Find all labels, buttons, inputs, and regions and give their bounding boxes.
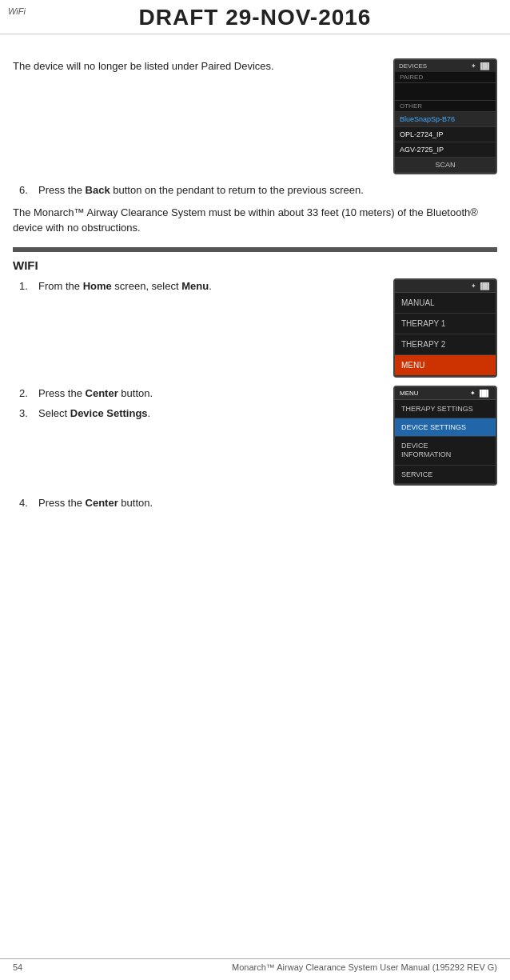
settings-menu-label: MENU [400,390,419,397]
step1-text-mid: screen, select [112,280,181,292]
step2-text-after: button. [118,387,153,399]
step1-text-before: From the [38,280,83,292]
other-item3: AGV-2725_IP [395,142,496,158]
wifi-steps23-text: 2. Press the Center button. 3. Select De… [13,386,384,426]
menu-header-icons: ✦ ▐█▌ [471,282,492,290]
section1-row: The device will no longer be listed unde… [13,58,497,174]
step2-bold: Center [86,387,118,399]
step1-item: 1. From the Home screen, select Menu. [13,278,384,294]
page-footer: 54 Monarch™ Airway Clearance System User… [0,958,510,972]
step1-bold2: Menu [181,280,209,292]
step1-text-after: . [209,280,212,292]
step6-bold: Back [86,184,110,196]
wifi-divider [13,247,497,252]
step6-container: 6. Press the Back button on the pendant … [13,182,497,198]
wifi-heading: WIFI [13,258,497,272]
step6-content: Press the Back button on the pendant to … [38,182,497,198]
footer-caption: Monarch™ Airway Clearance System User Ma… [232,962,497,972]
devices-screen: DEVICES ✦ ▐█▌ PAIRED OTHER BlueSnapSp-B7… [393,58,497,174]
step3-text-before: Select [38,407,70,419]
settings-screen-header: MENU ✦ ▐█▌ [395,387,496,400]
section1-text: The device will no longer be listed unde… [13,58,384,74]
devices-battery: ✦ ▐█▌ [471,62,492,70]
wifi-label: WiFi [8,6,26,16]
paragraph2: The Monarch™ Airway Clearance System mus… [13,205,497,236]
step1-num: 1. [13,278,38,294]
menu-item-menu: MENU [395,355,496,376]
step6-item: 6. Press the Back button on the pendant … [13,182,497,198]
step2-num: 2. [13,386,38,402]
step6-text-after: button on the pendant to return to the p… [110,184,364,196]
paired-item-empty [395,83,496,101]
step3-item: 3. Select Device Settings. [13,406,384,422]
devices-screen-header: DEVICES ✦ ▐█▌ [395,60,496,72]
menu-item-therapy1: THERAPY 1 [395,314,496,334]
other-item1: BlueSnapSp-B76 [395,112,496,127]
step3-text-after: . [148,407,151,419]
settings-item-device: DEVICE SETTINGS [395,418,496,437]
step2-text-before: Press the [38,387,86,399]
footer-page-num: 54 [13,962,22,972]
wifi-steps23-row: 2. Press the Center button. 3. Select De… [13,386,497,486]
menu-screen-header: ✦ ▐█▌ [395,280,496,293]
step4-content: Press the Center button. [38,495,497,511]
step4-item: 4. Press the Center button. [13,495,497,511]
settings-icons: ✦ ▐█▌ [470,390,491,397]
step4-num: 4. [13,495,38,511]
settings-screen: MENU ✦ ▐█▌ THERAPY SETTINGS DEVICE SETTI… [393,386,497,486]
settings-item-info: DEVICEINFORMATION [395,437,496,466]
draft-title: DRAFT 29-NOV-2016 [139,5,372,30]
step4-bold: Center [86,497,118,509]
step3-num: 3. [13,406,38,422]
settings-screenshot: MENU ✦ ▐█▌ THERAPY SETTINGS DEVICE SETTI… [393,386,497,486]
paired-label: PAIRED [395,72,496,83]
devices-label: DEVICES [399,62,427,70]
step1-content: From the Home screen, select Menu. [38,278,384,294]
wifi-step1-row: 1. From the Home screen, select Menu. ✦ … [13,278,497,378]
other-label: OTHER [395,101,496,112]
step3-bold: Device Settings [70,407,148,419]
main-content: The device will no longer be listed unde… [0,34,510,510]
step4-container: 4. Press the Center button. [13,495,497,511]
menu-screenshot: ✦ ▐█▌ MANUAL THERAPY 1 THERAPY 2 MENU [393,278,497,378]
scan-button: SCAN [395,158,496,173]
devices-screenshot: DEVICES ✦ ▐█▌ PAIRED OTHER BlueSnapSp-B7… [393,58,497,174]
settings-item-therapy: THERAPY SETTINGS [395,400,496,418]
step3-content: Select Device Settings. [38,406,384,422]
other-item2: OPL-2724_IP [395,127,496,142]
step2-content: Press the Center button. [38,386,384,402]
section1-paragraph: The device will no longer be listed unde… [13,60,274,72]
step2-item: 2. Press the Center button. [13,386,384,402]
wifi-step1-text: 1. From the Home screen, select Menu. [13,278,384,299]
page-header: WiFi DRAFT 29-NOV-2016 [0,0,510,34]
menu-item-therapy2: THERAPY 2 [395,334,496,355]
menu-item-manual: MANUAL [395,293,496,314]
step4-text-before: Press the [38,497,86,509]
settings-item-service: SERVICE [395,466,496,484]
step6-num: 6. [13,182,38,198]
step4-text-after: button. [118,497,153,509]
step6-text-before: Press the [38,184,86,196]
menu-screen: ✦ ▐█▌ MANUAL THERAPY 1 THERAPY 2 MENU [393,278,497,378]
step1-bold1: Home [83,280,112,292]
